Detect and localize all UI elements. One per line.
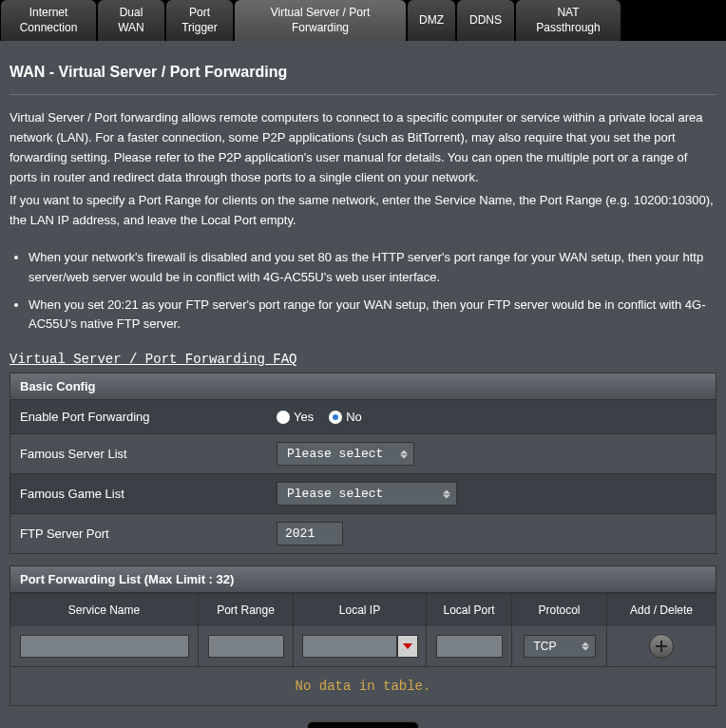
row-ftp-port: FTP Server Port bbox=[10, 514, 716, 554]
label-server-list: Famous Server List bbox=[10, 434, 267, 473]
page-title: WAN - Virtual Server / Port Forwarding bbox=[10, 50, 716, 95]
description-p2: If you want to specify a Port Range for … bbox=[10, 191, 716, 231]
apply-button[interactable]: Apply bbox=[307, 721, 419, 728]
tab-internet-connection[interactable]: Internet Connection bbox=[1, 0, 96, 41]
apply-row: Apply bbox=[10, 706, 716, 728]
radio-no[interactable] bbox=[329, 411, 342, 424]
tab-bar: Internet Connection Dual WAN Port Trigge… bbox=[0, 0, 726, 41]
table-input-row: TCP bbox=[10, 626, 716, 666]
note-item: When you set 20:21 as your FTP server's … bbox=[29, 296, 716, 335]
basic-config-header: Basic Config bbox=[10, 373, 716, 400]
value-ftp-port bbox=[267, 514, 716, 553]
description-p1: Virtual Server / Port forwarding allows … bbox=[10, 108, 716, 187]
label-game-list: Famous Game List bbox=[10, 474, 267, 513]
select-server-list[interactable]: Please select bbox=[277, 442, 414, 466]
tab-nat-passthrough[interactable]: NAT Passthrough bbox=[516, 0, 621, 41]
input-service-name[interactable] bbox=[20, 635, 189, 658]
add-button[interactable] bbox=[649, 634, 674, 659]
main-content: WAN - Virtual Server / Port Forwarding V… bbox=[0, 41, 726, 728]
no-data-message: No data in table. bbox=[10, 667, 716, 706]
tab-dmz[interactable]: DMZ bbox=[408, 0, 455, 41]
radio-yes-label: Yes bbox=[294, 410, 314, 424]
col-service-name: Service Name bbox=[10, 594, 199, 626]
radio-yes[interactable] bbox=[277, 411, 290, 424]
updown-icon bbox=[582, 642, 589, 651]
tab-port-trigger[interactable]: Port Trigger bbox=[166, 0, 233, 41]
col-protocol: Protocol bbox=[512, 594, 607, 626]
row-server-list: Famous Server List Please select bbox=[10, 434, 716, 474]
input-local-ip[interactable] bbox=[302, 635, 397, 658]
tab-ddns[interactable]: DDNS bbox=[457, 0, 514, 41]
row-game-list: Famous Game List Please select bbox=[10, 474, 716, 514]
label-enable-forwarding: Enable Port Forwarding bbox=[10, 400, 267, 433]
col-port-range: Port Range bbox=[199, 594, 294, 626]
select-protocol[interactable]: TCP bbox=[524, 635, 596, 658]
table-header-row: Service Name Port Range Local IP Local P… bbox=[10, 594, 716, 626]
col-add-delete: Add / Delete bbox=[607, 594, 716, 626]
label-ftp-port: FTP Server Port bbox=[10, 514, 267, 553]
forwarding-list-header: Port Forwarding List (Max Limit : 32) bbox=[10, 565, 716, 593]
forwarding-table: Service Name Port Range Local IP Local P… bbox=[10, 593, 716, 667]
dropdown-local-ip[interactable] bbox=[397, 635, 418, 658]
updown-icon bbox=[443, 489, 450, 498]
value-enable-forwarding: Yes No bbox=[267, 400, 716, 433]
input-ftp-port[interactable] bbox=[277, 522, 343, 546]
note-item: When your network's firewall is disabled… bbox=[29, 248, 716, 288]
col-local-port: Local Port bbox=[427, 594, 512, 626]
updown-icon bbox=[400, 450, 408, 458]
col-local-ip: Local IP bbox=[294, 594, 427, 626]
description-block: Virtual Server / Port forwarding allows … bbox=[10, 95, 716, 248]
tab-virtual-server[interactable]: Virtual Server / Port Forwarding bbox=[235, 0, 406, 41]
input-local-port[interactable] bbox=[436, 635, 503, 658]
select-game-list[interactable]: Please select bbox=[277, 482, 457, 506]
row-enable-forwarding: Enable Port Forwarding Yes No bbox=[10, 400, 716, 434]
input-port-range[interactable] bbox=[208, 635, 284, 658]
value-server-list: Please select bbox=[267, 434, 716, 473]
notes-list: When your network's firewall is disabled… bbox=[10, 248, 716, 352]
value-game-list: Please select bbox=[267, 474, 716, 513]
tab-dual-wan[interactable]: Dual WAN bbox=[98, 0, 164, 41]
radio-no-label: No bbox=[346, 410, 362, 424]
faq-link[interactable]: Virtual Server / Port Forwarding FAQ bbox=[10, 352, 296, 373]
